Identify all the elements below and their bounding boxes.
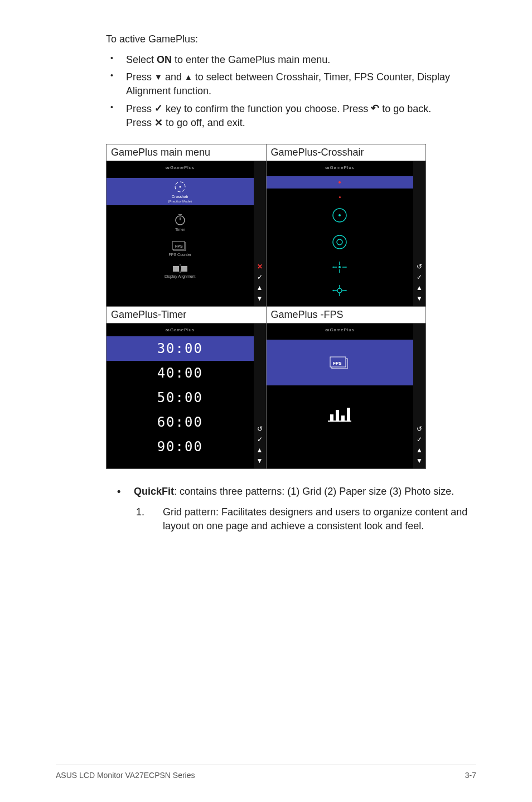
instruction-select-on: Select ON to enter the GamePlus main men… [106, 53, 476, 67]
footer-left: ASUS LCD Monitor VA27ECPSN Series [56, 771, 195, 780]
oo-icon: ∞ [166, 165, 168, 171]
quickfit-desc: : contains three patterns: (1) Grid (2) … [174, 486, 454, 497]
cell-crosshair: GamePlus-Crosshair ∞GamePlus ↺ ✓ [267, 144, 426, 306]
txt: Select [126, 54, 157, 65]
side-down-icon: ▼ [257, 294, 263, 303]
svg-point-26 [337, 288, 342, 293]
oo-icon: ∞ [166, 327, 168, 333]
side-back-icon: ↺ [417, 262, 422, 271]
panel-body: ∞GamePlus FPS [267, 323, 414, 468]
instruction-confirm-back-exit: Press ✓ key to confirm the function you … [106, 102, 476, 131]
timer-row-40: 40:00 [107, 361, 254, 385]
cell-timer: GamePlus-Timer ∞GamePlus 30:00 40:00 50:… [107, 307, 267, 468]
timer-row-50: 50:00 [107, 385, 254, 410]
side-check-icon: ✓ [417, 273, 422, 282]
side-buttons: ↺ ✓ ▲ ▼ [254, 323, 266, 468]
oo-icon: ∞ [325, 165, 327, 171]
title-fps: GamePlus -FPS [267, 307, 426, 323]
crosshair-icon [173, 180, 187, 194]
timer-value: 50:00 [157, 390, 203, 405]
grid-row-1: GamePlus main menu ∞GamePlus Crosshair (… [107, 144, 425, 307]
gp-header: ∞GamePlus [325, 165, 354, 171]
page-footer: ASUS LCD Monitor VA27ECPSN Series 3-7 [56, 765, 476, 780]
crosshair-option-dot [267, 176, 414, 189]
fps-graph-icon [326, 404, 354, 423]
quickfit-bullet: QuickFit: contains three patterns: (1) G… [117, 486, 476, 497]
side-check-icon: ✓ [257, 273, 263, 282]
side-up-icon: ▲ [416, 283, 423, 292]
timer-list: 30:00 40:00 50:00 60:00 90:00 [107, 336, 254, 459]
menu-crosshair: Crosshair (Practice Mode) [107, 178, 254, 205]
svg-rect-32 [336, 410, 339, 421]
menu-timer: Timer [173, 213, 187, 231]
instruction-press-updown: Press ▼ and ▲ to select between Crosshai… [106, 70, 476, 98]
gp-label: GamePlus [170, 327, 195, 332]
displayalign-icon [172, 264, 188, 273]
svg-rect-11 [181, 266, 187, 272]
side-x-icon: ✕ [257, 262, 263, 271]
side-buttons: ↺ ✓ ▲ ▼ [413, 161, 425, 306]
title-timer: GamePlus-Timer [107, 307, 266, 323]
fps-option-number: FPS [267, 340, 414, 385]
check-icon: ✓ [154, 102, 163, 115]
side-up-icon: ▲ [416, 446, 423, 455]
gp-header: ∞GamePlus [166, 327, 195, 333]
txt: to go off, and exit. [163, 117, 245, 128]
menu-displayalign: Display Alignment [165, 264, 196, 278]
quickfit-item-1: 1. Grid pattern: Facilitates designers a… [136, 505, 476, 533]
txt: to go back. [379, 103, 431, 114]
up-icon: ▲ [185, 72, 192, 83]
side-up-icon: ▲ [257, 446, 263, 455]
fps-icon: FPS [172, 239, 188, 252]
menu-crosshair-sublabel: (Practice Mode) [168, 200, 192, 203]
timer-row-90: 90:00 [107, 434, 254, 459]
txt: Press [126, 103, 154, 114]
intro-text: To active GamePlus: [106, 33, 476, 45]
timer-icon [173, 213, 187, 226]
menu-fps-label: FPS Counter [169, 253, 191, 257]
num: 1. [136, 505, 147, 533]
svg-point-15 [333, 235, 346, 249]
panel-body: ∞GamePlus 30:00 40:00 50:00 60:00 90:00 [107, 323, 254, 468]
crosshair-ring2-icon [330, 233, 349, 252]
cell-fps: GamePlus -FPS ∞GamePlus FPS ↺ ✓ ▲ ▼ [267, 307, 426, 468]
crosshair-plus2-icon [330, 283, 349, 298]
side-check-icon: ✓ [417, 435, 422, 444]
panel-crosshair: ∞GamePlus ↺ ✓ ▲ ▼ [267, 161, 426, 306]
timer-row-30: 30:00 [107, 336, 254, 361]
screens-grid: GamePlus main menu ∞GamePlus Crosshair (… [106, 144, 426, 469]
svg-point-16 [337, 239, 342, 245]
gp-header: ∞GamePlus [325, 327, 354, 333]
side-buttons: ↺ ✓ ▲ ▼ [413, 323, 425, 468]
title-crosshair: GamePlus-Crosshair [267, 144, 426, 161]
svg-rect-31 [330, 414, 333, 421]
svg-rect-33 [341, 416, 345, 421]
timer-value: 60:00 [157, 414, 203, 430]
svg-point-14 [339, 215, 341, 216]
side-down-icon: ▼ [416, 294, 423, 303]
side-down-icon: ▼ [416, 456, 423, 465]
oo-icon: ∞ [325, 327, 327, 333]
title-mainmenu: GamePlus main menu [107, 144, 266, 161]
x-icon: ✕ [154, 116, 163, 130]
svg-rect-34 [347, 408, 350, 421]
side-down-icon: ▼ [257, 456, 263, 465]
crosshair-ring1-icon [330, 206, 349, 225]
cell-mainmenu: GamePlus main menu ∞GamePlus Crosshair (… [107, 144, 267, 306]
panel-body: ∞GamePlus Crosshair (Practice Mode) Time… [107, 161, 254, 306]
panel-timer: ∞GamePlus 30:00 40:00 50:00 60:00 90:00 … [107, 323, 266, 468]
back-icon: ↶ [371, 102, 379, 115]
svg-text:FPS: FPS [175, 244, 183, 248]
svg-point-21 [339, 267, 341, 268]
quickfit-item-1-text: Grid pattern: Facilitates designers and … [163, 505, 476, 533]
menu-fps: FPS FPS Counter [169, 239, 191, 257]
fps-number-icon: FPS [328, 354, 351, 371]
grid-row-2: GamePlus-Timer ∞GamePlus 30:00 40:00 50:… [107, 307, 425, 468]
txt: Press [126, 117, 154, 128]
side-buttons: ✕ ✓ ▲ ▼ [254, 161, 266, 306]
side-back-icon: ↺ [417, 424, 422, 433]
quickfit-title: QuickFit [134, 486, 174, 497]
timer-value: 30:00 [157, 341, 203, 356]
menu-crosshair-label: Crosshair [172, 195, 188, 199]
instruction-list: Select ON to enter the GamePlus main men… [106, 50, 476, 134]
